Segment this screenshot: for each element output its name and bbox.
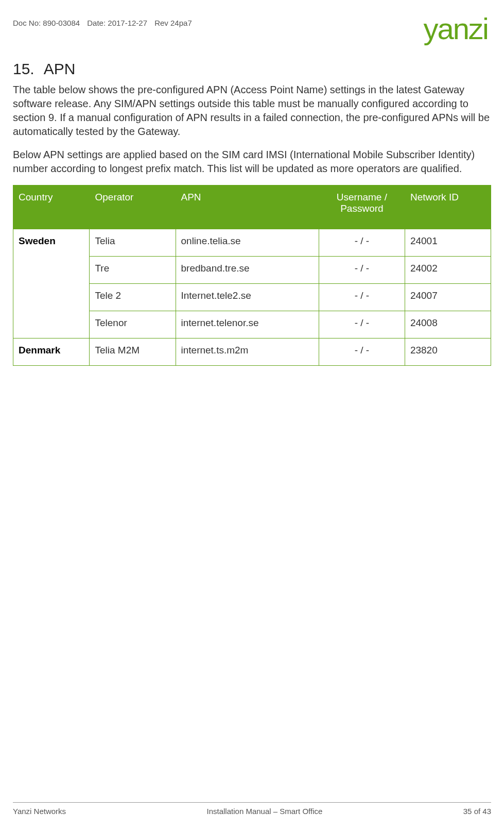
- networkid-cell: 24008: [405, 311, 491, 338]
- th-country: Country: [13, 185, 90, 229]
- section-heading: 15.APN: [13, 60, 491, 78]
- userpass-cell: - / -: [319, 257, 405, 284]
- footer-center: Installation Manual – Smart Office: [207, 807, 323, 816]
- apn-cell: online.telia.se: [176, 229, 319, 257]
- section-title-text: APN: [44, 60, 76, 77]
- apn-cell: bredband.tre.se: [176, 257, 319, 284]
- networkid-cell: 24007: [405, 284, 491, 311]
- apn-cell: internet.ts.m2m: [176, 338, 319, 366]
- th-operator: Operator: [90, 185, 176, 229]
- apn-table-body: Sweden Telia online.telia.se - / - 24001…: [13, 229, 491, 366]
- intro-paragraph-2: Below APN settings are applied based on …: [13, 148, 491, 176]
- country-cell: Denmark: [13, 338, 90, 366]
- operator-cell: Telenor: [90, 311, 176, 338]
- userpass-cell: - / -: [319, 229, 405, 257]
- page: Doc No: 890-03084 Date: 2017-12-27 Rev 2…: [0, 0, 504, 830]
- userpass-cell: - / -: [319, 311, 405, 338]
- networkid-cell: 24002: [405, 257, 491, 284]
- intro-paragraph-1: The table below shows the pre-configured…: [13, 83, 491, 139]
- operator-cell: Telia: [90, 229, 176, 257]
- brand-logo: yanzi: [424, 15, 491, 42]
- userpass-cell: - / -: [319, 284, 405, 311]
- page-footer: Yanzi Networks Installation Manual – Sma…: [13, 802, 491, 830]
- table-header-row: Country Operator APN Username / Password…: [13, 185, 491, 229]
- section-number: 15.: [13, 60, 34, 77]
- doc-no: Doc No: 890-03084: [13, 19, 80, 27]
- footer-left: Yanzi Networks: [13, 807, 66, 816]
- networkid-cell: 24001: [405, 229, 491, 257]
- table-row: Denmark Telia M2M internet.ts.m2m - / - …: [13, 338, 491, 366]
- apn-cell: internet.telenor.se: [176, 311, 319, 338]
- networkid-cell: 23820: [405, 338, 491, 366]
- operator-cell: Telia M2M: [90, 338, 176, 366]
- country-cell: Sweden: [13, 229, 90, 338]
- footer-right: 35 of 43: [463, 807, 491, 816]
- th-network-id: Network ID: [405, 185, 491, 229]
- doc-meta: Doc No: 890-03084 Date: 2017-12-27 Rev 2…: [13, 15, 197, 27]
- apn-cell: Internet.tele2.se: [176, 284, 319, 311]
- operator-cell: Tele 2: [90, 284, 176, 311]
- apn-table: Country Operator APN Username / Password…: [13, 185, 491, 366]
- th-userpass: Username / Password: [319, 185, 405, 229]
- userpass-cell: - / -: [319, 338, 405, 366]
- operator-cell: Tre: [90, 257, 176, 284]
- table-row: Sweden Telia online.telia.se - / - 24001: [13, 229, 491, 257]
- page-header: Doc No: 890-03084 Date: 2017-12-27 Rev 2…: [13, 15, 491, 42]
- doc-date: Date: 2017-12-27: [87, 19, 147, 27]
- th-apn: APN: [176, 185, 319, 229]
- doc-rev: Rev 24pa7: [154, 19, 192, 27]
